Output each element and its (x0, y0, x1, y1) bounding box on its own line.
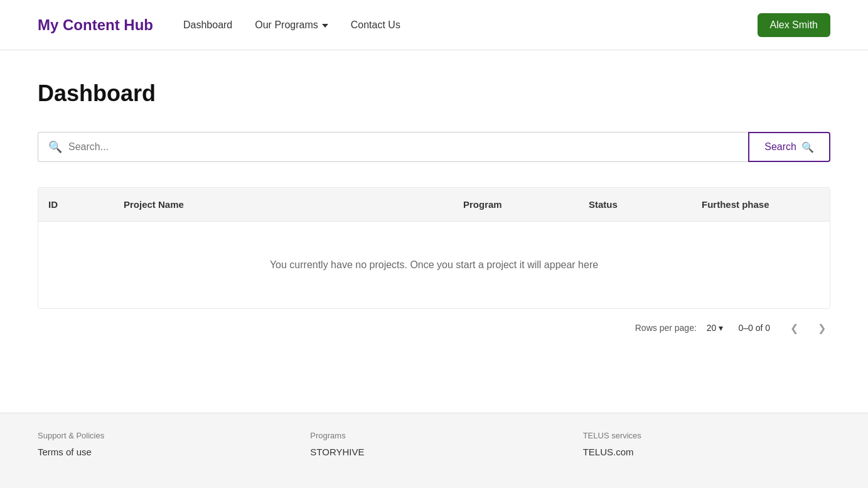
footer-link-telus[interactable]: TELUS.com (583, 447, 830, 457)
footer-section-programs-title: Programs (310, 431, 557, 440)
nav-dashboard[interactable]: Dashboard (183, 19, 232, 31)
pagination-next-button[interactable]: ❯ (813, 319, 830, 337)
nav-programs-label: Our Programs (255, 19, 318, 31)
footer-section-support: Support & Policies Terms of use (38, 431, 285, 461)
main-content: Dashboard 🔍 Search 🔍 ID Project Name Pro… (0, 50, 868, 413)
rows-per-page-label: Rows per page: (635, 323, 697, 333)
search-button-icon: 🔍 (801, 141, 814, 153)
search-input-wrapper: 🔍 (38, 132, 748, 162)
rows-per-page-value: 20 (707, 323, 717, 333)
table-empty-message: You currently have no projects. Once you… (38, 222, 830, 308)
nav: Dashboard Our Programs Contact Us (183, 19, 400, 31)
header: My Content Hub Dashboard Our Programs Co… (0, 0, 868, 50)
pagination-prev-button[interactable]: ❮ (785, 319, 803, 337)
col-project-name: Project Name (114, 188, 453, 221)
footer-link-terms[interactable]: Terms of use (38, 447, 285, 457)
footer-section-telus-title: TELUS services (583, 431, 830, 440)
page-title: Dashboard (38, 80, 830, 107)
rows-dropdown-icon: ▾ (719, 323, 723, 333)
footer-section-programs: Programs STORYHIVE (310, 431, 557, 461)
col-program: Program (453, 188, 579, 221)
search-input[interactable] (68, 141, 738, 153)
footer-section-telus: TELUS services TELUS.com (583, 431, 830, 461)
col-id: ID (38, 188, 114, 221)
search-button-label: Search (764, 141, 796, 153)
col-furthest-phase: Furthest phase (692, 188, 830, 221)
user-button[interactable]: Alex Smith (758, 13, 830, 37)
footer-section-support-title: Support & Policies (38, 431, 285, 440)
nav-contact[interactable]: Contact Us (351, 19, 400, 31)
table-header: ID Project Name Program Status Furthest … (38, 188, 830, 222)
search-icon: 🔍 (48, 140, 62, 154)
rows-per-page-select[interactable]: 20 ▾ (707, 323, 724, 333)
search-button[interactable]: Search 🔍 (748, 132, 830, 162)
pagination-count: 0–0 of 0 (738, 323, 770, 333)
table-wrapper: ID Project Name Program Status Furthest … (38, 187, 830, 309)
nav-programs[interactable]: Our Programs (255, 19, 328, 31)
brand-title[interactable]: My Content Hub (38, 16, 153, 34)
col-status: Status (579, 188, 692, 221)
footer-link-storyhive[interactable]: STORYHIVE (310, 447, 557, 457)
pagination-row: Rows per page: 20 ▾ 0–0 of 0 ❮ ❯ (38, 309, 830, 347)
footer: Support & Policies Terms of use Programs… (0, 413, 868, 479)
header-left: My Content Hub Dashboard Our Programs Co… (38, 16, 400, 34)
chevron-down-icon (322, 24, 328, 28)
search-row: 🔍 Search 🔍 (38, 132, 830, 162)
